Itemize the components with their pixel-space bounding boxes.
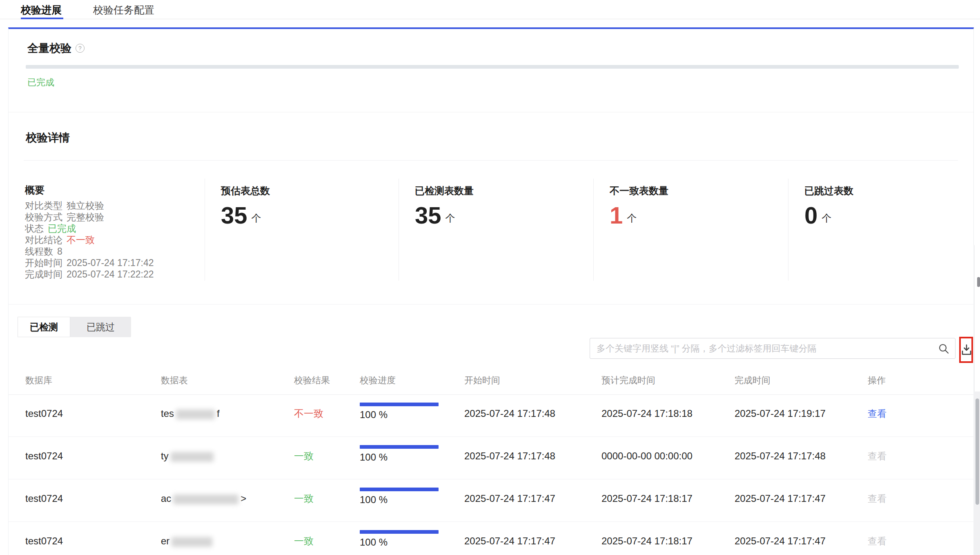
tab-check-progress[interactable]: 校验进展 — [21, 3, 62, 17]
table-row: test0724 er 一致 100 % 2025-07-24 17:17:47… — [9, 522, 974, 555]
stat-label: 不一致表数量 — [610, 184, 769, 197]
stat-card: 预估表总数 35 个 — [205, 179, 380, 281]
section-divider — [9, 304, 973, 304]
stat-card: 已检测表数量 35 个 — [399, 179, 574, 281]
table-name-suffix: > — [241, 493, 246, 504]
summary-label: 线程数 — [25, 246, 53, 257]
summary-row: 线程数8 — [25, 246, 154, 257]
cell-finish-time: 2025-07-24 17:19:17 — [735, 408, 826, 419]
row-progress-bar — [360, 403, 439, 406]
stat-label: 已检测表数量 — [415, 184, 574, 197]
cell-start-time: 2025-07-24 17:17:47 — [464, 493, 555, 504]
top-tab-bar: 校验进展 校验任务配置 — [0, 0, 980, 19]
view-link[interactable]: 查看 — [868, 493, 886, 504]
progress-percent: 100 % — [360, 409, 439, 421]
summary-value: 已完成 — [48, 223, 76, 234]
cell-estimated-time: 2025-07-24 17:18:17 — [601, 493, 693, 504]
table-name-prefix: ac — [161, 493, 171, 504]
cell-result: 一致 — [294, 535, 314, 547]
scrollbar-thumb[interactable] — [976, 398, 979, 505]
cell-database: test0724 — [25, 493, 63, 504]
summary-label: 校验方式 — [25, 212, 62, 222]
cell-database: test0724 — [25, 450, 63, 462]
download-button[interactable] — [961, 344, 972, 356]
detail-divider — [24, 160, 958, 161]
table-name-prefix: er — [161, 535, 169, 546]
summary-rows: 对比类型独立校验 校验方式完整校验 状态已完成 对比结论不一致 线程数8 开始时… — [25, 200, 154, 280]
summary-value: 完整校验 — [67, 212, 104, 222]
row-progress-bar — [360, 488, 439, 491]
table-name-suffix: f — [217, 408, 220, 419]
search-icon[interactable] — [938, 343, 949, 354]
cell-progress: 100 % — [360, 403, 439, 421]
progress-percent: 100 % — [360, 537, 439, 548]
cell-progress: 100 % — [360, 445, 439, 463]
summary-value: 8 — [57, 246, 62, 257]
tab-task-config[interactable]: 校验任务配置 — [93, 3, 154, 17]
row-progress-bar — [360, 530, 439, 534]
view-link[interactable]: 查看 — [868, 408, 886, 419]
question-circle-icon[interactable]: ? — [76, 44, 85, 53]
summary-label: 开始时间 — [25, 257, 62, 268]
overall-progress-bar — [26, 65, 959, 69]
cell-database: test0724 — [25, 408, 63, 419]
summary-row: 开始时间2025-07-24 17:17:42 — [25, 257, 154, 269]
cell-table-name: ty — [161, 450, 216, 462]
stat-number-row: 35 个 — [221, 202, 380, 228]
table-name-prefix: ty — [161, 450, 169, 461]
redacted-table-name — [172, 537, 212, 547]
full-check-status: 已完成 — [27, 76, 54, 89]
filter-tab-skipped[interactable]: 已跳过 — [70, 317, 131, 337]
cell-finish-time: 2025-07-24 17:17:47 — [735, 535, 826, 547]
row-progress-bar — [360, 445, 439, 449]
cell-progress: 100 % — [360, 530, 439, 548]
cell-table-name: ac> — [161, 493, 246, 504]
summary-label: 状态 — [25, 223, 44, 234]
cell-start-time: 2025-07-24 17:17:48 — [464, 408, 555, 419]
filter-tab-detected[interactable]: 已检测 — [18, 317, 70, 337]
full-check-title: 全量校验 ? — [27, 41, 85, 56]
summary-title: 概要 — [25, 184, 45, 197]
view-link[interactable]: 查看 — [868, 535, 886, 547]
stat-number-row: 35 个 — [415, 202, 574, 228]
table-body: test0724 tesf 不一致 100 % 2025-07-24 17:17… — [9, 394, 974, 555]
col-estimated-time: 预计完成时间 — [601, 374, 655, 387]
cell-estimated-time: 2025-07-24 17:18:18 — [601, 408, 693, 419]
cell-result: 一致 — [294, 493, 314, 504]
summary-value: 2025-07-24 17:17:42 — [67, 257, 154, 268]
stat-number-row: 1 个 — [610, 202, 769, 228]
section-divider — [9, 112, 973, 112]
full-check-title-text: 全量校验 — [27, 41, 71, 56]
summary-row: 对比结论不一致 — [25, 234, 154, 246]
col-progress: 校验进度 — [360, 374, 396, 387]
col-result: 校验结果 — [294, 374, 330, 387]
stat-unit: 个 — [822, 212, 831, 228]
active-tab-underline — [21, 18, 63, 19]
redacted-table-name — [176, 410, 215, 419]
keyword-search-input[interactable] — [590, 338, 955, 358]
summary-label: 对比类型 — [25, 200, 62, 211]
stat-unit: 个 — [445, 212, 455, 228]
col-action: 操作 — [868, 374, 886, 387]
cell-start-time: 2025-07-24 17:17:47 — [464, 535, 555, 547]
stat-unit: 个 — [252, 212, 261, 228]
stat-label: 已跳过表数 — [804, 184, 964, 197]
view-link[interactable]: 查看 — [868, 450, 886, 462]
stat-number-row: 0 个 — [804, 202, 964, 228]
detail-section-title: 校验详情 — [26, 130, 70, 145]
cell-result: 一致 — [294, 450, 314, 462]
cell-estimated-time: 2025-07-24 17:18:17 — [601, 535, 693, 547]
summary-row: 完成时间2025-07-24 17:22:22 — [25, 269, 154, 280]
cell-estimated-time: 0000-00-00 00:00:00 — [601, 450, 693, 462]
table-row: test0724 tesf 不一致 100 % 2025-07-24 17:17… — [9, 394, 974, 437]
summary-value: 2025-07-24 17:22:22 — [67, 269, 154, 280]
outer-scrollbar-thumb[interactable] — [977, 277, 980, 287]
summary-label: 对比结论 — [25, 235, 62, 245]
cell-progress: 100 % — [360, 488, 439, 506]
stat-value: 35 — [415, 202, 441, 228]
cell-database: test0724 — [25, 535, 63, 547]
stat-label: 预估表总数 — [221, 184, 380, 197]
table-row: test0724 ac> 一致 100 % 2025-07-24 17:17:4… — [9, 479, 974, 522]
summary-label: 完成时间 — [25, 269, 62, 280]
stat-value: 35 — [221, 202, 247, 228]
